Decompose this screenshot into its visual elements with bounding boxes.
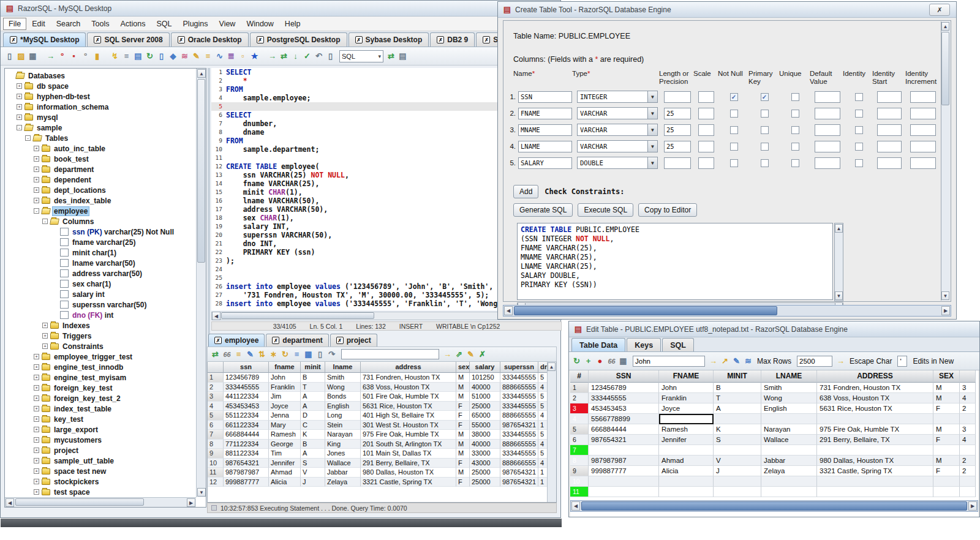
cell[interactable]: 4 [960, 435, 976, 445]
row-number[interactable]: 12 [208, 478, 224, 487]
cell[interactable]: 51000 [470, 392, 500, 402]
toolbar-describe-table-icon[interactable]: ▤ [133, 50, 143, 62]
toolbar-commit-icon[interactable]: ▪ [69, 50, 79, 62]
max-rows-input[interactable] [797, 356, 832, 367]
scroll-thumb[interactable] [197, 79, 205, 263]
tree-item-engine-test-myisam[interactable]: +engine_test_myisam [6, 372, 196, 383]
cell[interactable]: King [325, 440, 361, 449]
cell[interactable]: 401 High St, Bellaire TX [361, 411, 456, 421]
cell[interactable]: Narayan [761, 424, 817, 435]
table-row[interactable]: 3453453453JoyceAEnglish5631 Rice, Housto… [570, 403, 978, 414]
tree-item-index-test-table[interactable]: +index_test_table [6, 403, 196, 414]
default-value-field[interactable] [815, 141, 840, 152]
toolbar-validate-icon[interactable]: ✓ [302, 50, 312, 62]
close-tab-icon[interactable]: ✗ [355, 36, 363, 43]
cell[interactable]: Jabbar [325, 468, 361, 478]
menu-search[interactable]: Search [51, 18, 86, 30]
type-combobox[interactable]: VARCHAR▼ [577, 124, 658, 136]
expand-icon[interactable]: + [34, 489, 39, 495]
menu-window[interactable]: Window [241, 18, 279, 30]
collapse-icon[interactable]: - [34, 208, 39, 214]
edit-pin-result-icon[interactable]: ↗ [720, 355, 730, 367]
results-vertical-scrollbar[interactable]: ▲ [547, 362, 556, 502]
cell[interactable]: 987654321 [500, 478, 538, 487]
cell[interactable] [817, 445, 933, 456]
cell[interactable]: K [714, 424, 761, 435]
toolbar-open-folder-icon[interactable]: ▨ [16, 50, 26, 62]
cell[interactable]: Franklin [269, 383, 301, 392]
cell[interactable]: Jim [269, 392, 301, 402]
toolbar-save-icon[interactable]: ▦ [28, 50, 38, 62]
connection-tab-sybase-desktop[interactable]: ✗Sybase Desktop [349, 32, 429, 47]
close-tab-icon[interactable]: ✗ [272, 337, 279, 344]
edit-refresh-table-icon[interactable]: ↻ [571, 355, 582, 367]
toolbar-refresh-object-icon[interactable]: ↻ [145, 50, 155, 62]
row-number[interactable]: 9 [208, 449, 224, 459]
column-header-minit[interactable]: MINIT [714, 370, 761, 383]
scale-field[interactable] [698, 91, 714, 103]
cell[interactable]: 40000 [470, 440, 500, 449]
collapse-icon[interactable]: - [25, 135, 31, 141]
cell[interactable] [817, 476, 933, 487]
identity-increment-field[interactable] [910, 124, 936, 136]
column-header-ssn[interactable]: SSN [589, 370, 659, 383]
tree-item-salary-int[interactable]: salary int [6, 289, 196, 299]
tree-item-book-test[interactable]: +book_test [6, 154, 196, 164]
cell[interactable]: B [301, 440, 325, 449]
cell[interactable]: M [933, 424, 960, 435]
tree-item-constraints[interactable]: +Constraints [6, 341, 196, 351]
table-row[interactable]: 8771122334GeorgeBKing201 South St, Arlin… [208, 440, 556, 449]
cell[interactable]: Alicia [659, 466, 714, 476]
length-field[interactable] [664, 141, 691, 152]
cell[interactable]: 3 [960, 424, 976, 435]
tab-keys[interactable]: Keys [627, 338, 661, 351]
identity-checkbox[interactable] [855, 93, 863, 101]
menu-view[interactable]: View [214, 18, 241, 30]
close-tab-icon[interactable]: ✗ [178, 36, 185, 43]
scroll-thumb[interactable] [221, 312, 374, 319]
cell[interactable] [589, 487, 659, 497]
cell[interactable]: 333445555 [500, 402, 538, 411]
results-view-row-icon[interactable]: 66 [222, 348, 232, 361]
connection-tab-oracle-desktop[interactable]: ✗Oracle Desktop [171, 32, 249, 47]
scroll-thumb[interactable] [514, 306, 777, 315]
column-header-sex[interactable]: sex [456, 362, 470, 373]
expand-icon[interactable]: + [34, 354, 39, 359]
cell[interactable]: 4 [960, 393, 976, 403]
cell[interactable]: 999887777 [224, 478, 269, 487]
results-filter-results-icon[interactable]: ≡ [233, 348, 244, 361]
edit-titlebar[interactable]: ▤ Edit Table - PUBLIC.EMPLOYEE utf8_note… [569, 321, 979, 337]
cell[interactable]: F [933, 466, 960, 476]
tree-item-superssn-varchar-50[interactable]: superssn varchar(50) [6, 299, 196, 310]
primary-key-checkbox[interactable] [761, 110, 769, 118]
toolbar-new-file-icon[interactable]: ▯ [4, 50, 15, 62]
scroll-left-icon[interactable]: ◀ [6, 498, 14, 507]
tree-item-ssn-pk-varchar-25-not-null[interactable]: ssn (PK) varchar(25) Not Null [6, 227, 196, 237]
tree-item-mycustomers[interactable]: +mycustomers [6, 435, 196, 445]
cell[interactable]: 441122334 [224, 392, 269, 402]
cell[interactable]: 987654321 [500, 468, 538, 478]
expand-icon[interactable]: + [42, 323, 48, 328]
cell[interactable]: Jones [325, 449, 361, 459]
expand-icon[interactable]: + [42, 343, 48, 349]
cell[interactable]: 638 Voss, Houston TX [817, 393, 933, 403]
cell[interactable] [714, 445, 761, 456]
tree-item-address-varchar-50[interactable]: address varchar(50) [6, 268, 196, 279]
cell[interactable]: C [301, 421, 325, 430]
cell[interactable]: 38000 [470, 430, 500, 440]
cell[interactable]: S [301, 459, 325, 468]
toolbar-table-data-icon[interactable]: ≋ [179, 50, 190, 62]
cell[interactable]: 638 Voss, Houston TX [361, 383, 456, 392]
column-header-lname[interactable]: LNAME [761, 370, 817, 383]
scroll-thumb[interactable] [941, 32, 949, 105]
cell[interactable]: F [456, 411, 470, 421]
column-header-address[interactable]: address [361, 362, 456, 373]
edit-find-row-icon[interactable]: 66 [606, 355, 617, 367]
tree-item-large-export[interactable]: +large_export [6, 424, 196, 435]
row-number-selected[interactable]: 8 [570, 456, 589, 466]
cell[interactable]: 661122334 [224, 421, 269, 430]
cell[interactable]: 666884444 [224, 430, 269, 440]
cell[interactable]: 101250 [470, 373, 500, 383]
escape-char-input[interactable] [897, 356, 907, 367]
cell[interactable]: 25000 [470, 402, 500, 411]
